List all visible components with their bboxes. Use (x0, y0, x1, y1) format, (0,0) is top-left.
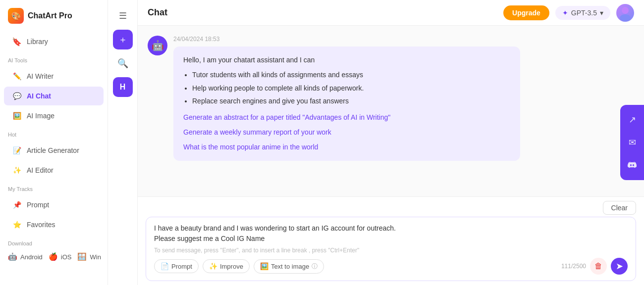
ai-editor-icon: ✨ (12, 165, 22, 175)
input-box: I have a beauty brand and I was wonderin… (146, 217, 636, 281)
upgrade-button[interactable]: Upgrade (503, 5, 549, 20)
list-item: Tutor students with all kinds of assignm… (192, 69, 510, 80)
avatar[interactable] (616, 4, 634, 22)
sidebar-item-ai-image[interactable]: 🖼️ AI Image (4, 106, 104, 125)
input-tools: 📄 Prompt ✨ Improve 🖼️ Text to image ⓘ (154, 259, 324, 274)
prompt-button[interactable]: 📄 Prompt (154, 259, 199, 273)
logo-icon: 🎨 (8, 8, 24, 24)
message-bubble: Hello, I am your chatart assistant and I… (173, 47, 520, 161)
model-label: GPT-3.5 (571, 9, 597, 17)
char-count: 111/2500 (561, 263, 586, 270)
ai-image-icon: 🖼️ (12, 111, 22, 121)
input-footer: 📄 Prompt ✨ Improve 🖼️ Text to image ⓘ 11… (154, 258, 628, 275)
strip-letter-btn[interactable]: H (113, 77, 133, 97)
win-label[interactable]: Win (90, 253, 101, 261)
clear-row: Clear (146, 201, 636, 215)
improve-label: Improve (220, 263, 243, 270)
prompt-icon: 📌 (12, 200, 22, 210)
sidebar-item-label: AI Image (27, 112, 54, 120)
image-icon: 🖼️ (260, 262, 268, 270)
android-label[interactable]: Android (20, 253, 43, 261)
main-area: Chat Upgrade ✦ GPT-3.5 ▾ 🤖 24/04/2024 18… (138, 0, 644, 285)
message-content: 24/04/2024 18:53 Hello, I am your chatar… (173, 36, 634, 161)
list-item: Help working people to complete all kind… (192, 83, 510, 94)
sidebar-item-ai-editor[interactable]: ✨ AI Editor (4, 161, 104, 180)
favorites-icon: ⭐ (12, 220, 22, 230)
sidebar-item-label: AI Writer (27, 72, 54, 80)
model-selector[interactable]: ✦ GPT-3.5 ▾ (555, 6, 610, 20)
input-line2: Please suggest me a Cool IG Name (154, 235, 265, 242)
input-line1: I have a beauty brand and I was wonderin… (154, 224, 396, 232)
ai-tools-label: AI Tools (0, 51, 107, 66)
suggestion-link-3[interactable]: What is the most popular anime in the wo… (183, 142, 510, 152)
win-icon[interactable]: 🪟 (77, 252, 87, 261)
improve-icon: ✨ (209, 262, 217, 270)
bot-avatar: 🤖 (148, 36, 167, 55)
message-timestamp: 24/04/2024 18:53 (173, 36, 634, 43)
ai-writer-icon: ✏️ (12, 71, 22, 81)
message-input[interactable]: I have a beauty brand and I was wonderin… (154, 223, 628, 244)
sidebar-item-label: Prompt (27, 201, 49, 209)
sidebar-item-label: Favorites (27, 221, 55, 229)
suggestion-link-2[interactable]: Generate a weekly summary report of your… (183, 127, 510, 138)
download-label: Download (0, 235, 107, 249)
sidebar-item-article-generator[interactable]: 📝 Article Generator (4, 141, 104, 160)
greeting-text: Hello, I am your chatart assistant and I… (183, 54, 510, 65)
sidebar-item-label: Article Generator (27, 146, 79, 154)
text-to-image-button[interactable]: 🖼️ Text to image ⓘ (254, 259, 324, 274)
sidebar-item-prompt[interactable]: 📌 Prompt (4, 195, 104, 214)
ios-label[interactable]: iOS (61, 253, 72, 261)
app-name: ChatArt Pro (28, 11, 72, 20)
article-generator-icon: 📝 (12, 145, 22, 155)
android-icon[interactable]: 🤖 (8, 252, 17, 261)
strip-menu-btn[interactable]: ☰ (113, 6, 133, 26)
sidebar-item-label: AI Editor (27, 166, 54, 174)
sidebar-item-ai-chat[interactable]: 💬 AI Chat (4, 87, 104, 105)
discord-button[interactable] (623, 156, 641, 174)
sidebar-item-ai-writer[interactable]: ✏️ AI Writer (4, 67, 104, 86)
main-header: Chat Upgrade ✦ GPT-3.5 ▾ (138, 0, 644, 26)
chevron-down-icon: ▾ (600, 9, 603, 17)
email-button[interactable]: ✉ (623, 134, 641, 151)
model-star-icon: ✦ (562, 9, 568, 17)
share-button[interactable]: ↗ (623, 111, 641, 129)
sidebar: 🎨 ChatArt Pro 🔖 Library AI Tools ✏️ AI W… (0, 0, 108, 285)
download-row: 🤖 Android 🍎 iOS 🪟 Win (0, 249, 107, 264)
input-actions: 111/2500 🗑 ➤ (561, 258, 628, 275)
sidebar-item-label: AI Chat (27, 92, 51, 100)
suggestion-link-1[interactable]: Generate an abstract for a paper titled … (183, 112, 510, 123)
page-title: Chat (148, 7, 167, 18)
tracks-label: My Tracks (0, 180, 107, 195)
send-button[interactable]: ➤ (611, 258, 628, 275)
message-row: 🤖 24/04/2024 18:53 Hello, I am your chat… (148, 36, 634, 161)
svg-point-1 (620, 14, 631, 21)
bottom-bar: Clear I have a beauty brand and I was wo… (138, 196, 644, 285)
sidebar-item-favorites[interactable]: ⭐ Favorites (4, 215, 104, 234)
list-item: Replace search engines and give you fast… (192, 95, 510, 106)
ios-icon[interactable]: 🍎 (49, 252, 58, 261)
bullet-list: Tutor students with all kinds of assignm… (183, 69, 510, 106)
header-right: Upgrade ✦ GPT-3.5 ▾ (503, 4, 634, 22)
ai-chat-icon: 💬 (12, 91, 22, 101)
sidebar-item-label: Library (27, 38, 48, 46)
strip-new-btn[interactable]: ＋ (113, 30, 133, 49)
delete-button[interactable]: 🗑 (590, 258, 607, 275)
hot-label: Hot (0, 126, 107, 141)
text-to-image-label: Text to image (271, 263, 309, 270)
library-icon: 🔖 (12, 37, 22, 47)
info-icon: ⓘ (312, 262, 318, 271)
sidebar-item-library[interactable]: 🔖 Library (4, 32, 104, 51)
icon-strip: ☰ ＋ 🔍 H (108, 0, 138, 285)
prompt-label: Prompt (171, 263, 192, 270)
clear-button[interactable]: Clear (603, 201, 636, 215)
right-panel: ↗ ✉ (620, 105, 644, 180)
prompt-icon: 📄 (161, 262, 169, 270)
chat-area: 🤖 24/04/2024 18:53 Hello, I am your chat… (138, 26, 644, 196)
svg-point-0 (622, 7, 629, 14)
app-logo[interactable]: 🎨 ChatArt Pro (0, 6, 107, 32)
improve-button[interactable]: ✨ Improve (203, 259, 250, 273)
input-placeholder: To send message, press "Enter", and to i… (154, 247, 628, 254)
strip-search-btn[interactable]: 🔍 (113, 53, 133, 73)
